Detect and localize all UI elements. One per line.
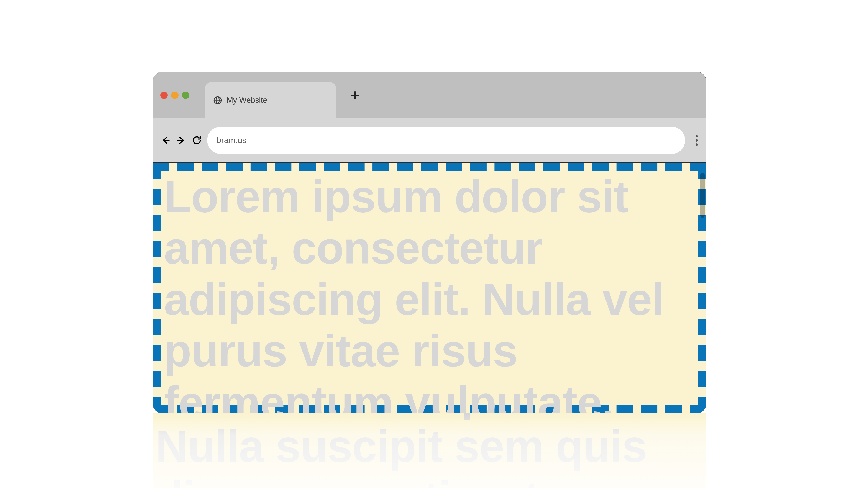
reload-icon[interactable]: [192, 135, 202, 145]
body-text: Lorem ipsum dolor sit amet, consectetur …: [164, 171, 695, 413]
tab-strip: My Website +: [153, 72, 706, 119]
new-tab-button[interactable]: +: [346, 88, 365, 103]
address-bar-text: bram.us: [217, 136, 246, 145]
window-controls[interactable]: [160, 92, 189, 99]
overflow-menu-icon[interactable]: [695, 135, 699, 146]
content-overflow-reflection: Lorem ipsum dolor sit amet, consectetur …: [153, 413, 706, 488]
address-bar[interactable]: bram.us: [207, 127, 685, 154]
page-content-box: Lorem ipsum dolor sit amet, consectetur …: [153, 163, 706, 413]
minimize-icon[interactable]: [171, 92, 179, 99]
tab-active[interactable]: My Website: [205, 82, 336, 119]
maximize-icon[interactable]: [182, 92, 189, 99]
globe-icon: [213, 95, 222, 105]
back-icon[interactable]: [160, 135, 171, 145]
close-icon[interactable]: [160, 92, 168, 99]
page-viewport: Lorem ipsum dolor sit amet, consectetur …: [153, 163, 706, 413]
forward-icon[interactable]: [176, 135, 186, 145]
tab-title: My Website: [227, 96, 267, 105]
body-text-overflow: Lorem ipsum dolor sit amet, consectetur …: [155, 413, 704, 488]
scrollbar-thumb[interactable]: [700, 173, 705, 218]
browser-window: My Website + bram.us: [153, 72, 706, 413]
navigation-bar: bram.us: [153, 119, 706, 163]
